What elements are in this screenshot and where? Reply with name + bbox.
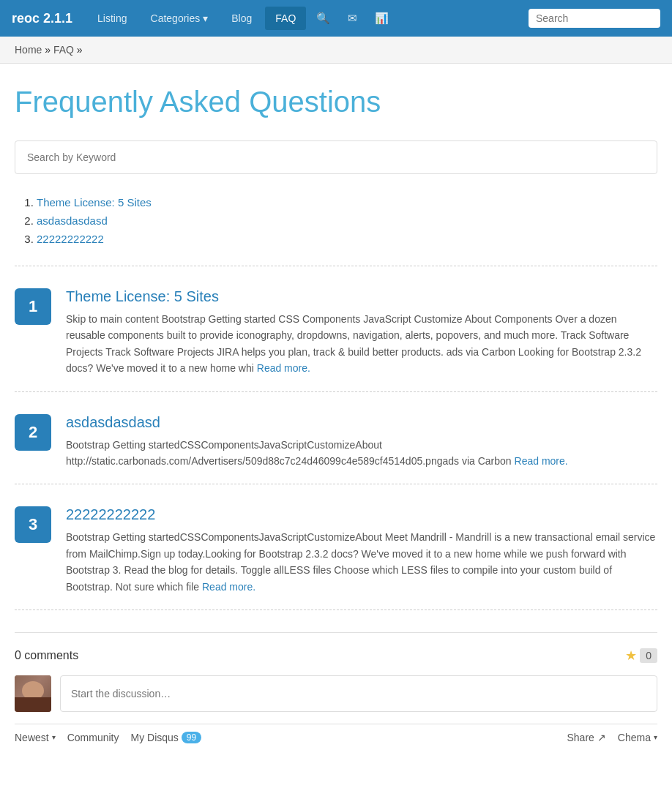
faq-toc: Theme License: 5 Sites asdasdasdasd 2222…: [15, 196, 657, 266]
chevron-down-icon: ▾: [203, 12, 208, 24]
nav-blog[interactable]: Blog: [221, 7, 262, 30]
list-item: 22222222222: [37, 233, 657, 245]
faq-body-2: asdasdasdasd Bootstrap Getting startedCS…: [66, 414, 657, 470]
page-title: Frequently Asked Questions: [15, 86, 657, 119]
faq-body-1: Theme License: 5 Sites Skip to main cont…: [66, 288, 657, 377]
chevron-down-icon: ▾: [52, 733, 56, 741]
star-badge: ★ 0: [625, 648, 657, 664]
faq-text-3: Bootstrap Getting startedCSSComponentsJa…: [66, 529, 657, 595]
brand-link[interactable]: reoc 2.1.1: [12, 11, 72, 26]
comments-header: 0 comments ★ 0: [15, 648, 657, 664]
faq-text-1: Skip to main content Bootstrap Getting s…: [66, 311, 657, 377]
footer-left: Newest ▾ Community My Disqus 99: [15, 732, 201, 743]
faq-number-3: 3: [15, 506, 51, 543]
faq-title-link-3[interactable]: 22222222222: [66, 506, 155, 522]
faq-number-2: 2: [15, 414, 51, 451]
faq-entries: 1 Theme License: 5 Sites Skip to main co…: [15, 288, 657, 610]
my-disqus-badge: 99: [182, 732, 201, 743]
faq-entry-1: 1 Theme License: 5 Sites Skip to main co…: [15, 288, 657, 392]
star-icon: ★: [625, 648, 637, 664]
nav-search-input[interactable]: [529, 9, 660, 28]
star-count: 0: [640, 648, 657, 663]
breadcrumb-sep1: »: [45, 44, 51, 56]
footer-right: Share ↗ Chema ▾: [567, 732, 658, 743]
nav-categories-label: Categories: [151, 12, 201, 24]
comment-input-area: [15, 675, 657, 712]
faq-number-1: 1: [15, 288, 51, 325]
chart-icon[interactable]: 📊: [367, 6, 396, 31]
comments-section: 0 comments ★ 0 Newest ▾ Community My Dis…: [15, 632, 657, 743]
faq-read-more-1[interactable]: Read more.: [257, 362, 310, 374]
keyword-search-input[interactable]: [27, 151, 645, 163]
avatar-image: [15, 675, 51, 712]
newest-button[interactable]: Newest ▾: [15, 732, 56, 743]
community-button[interactable]: Community: [67, 732, 119, 743]
faq-toc-link-3[interactable]: 22222222222: [37, 233, 104, 245]
share-icon: ↗: [597, 732, 606, 743]
nav-faq[interactable]: FAQ: [265, 7, 306, 30]
breadcrumb-sep2: »: [77, 44, 83, 56]
faq-read-more-2[interactable]: Read more.: [515, 455, 568, 467]
faq-title-link-1[interactable]: Theme License: 5 Sites: [66, 288, 219, 304]
nav-listing[interactable]: Listing: [87, 7, 137, 30]
faq-read-more-3[interactable]: Read more.: [202, 581, 255, 593]
search-icon[interactable]: 🔍: [309, 6, 337, 31]
faq-toc-link-1[interactable]: Theme License: 5 Sites: [37, 196, 152, 209]
nav-links: Listing Categories ▾ Blog FAQ 🔍 ✉ 📊: [87, 6, 529, 31]
envelope-icon[interactable]: ✉: [340, 6, 365, 31]
list-item: asdasdasdasd: [37, 214, 657, 227]
faq-title-link-2[interactable]: asdasdasdasd: [66, 414, 160, 430]
chevron-down-icon-chema: ▾: [654, 733, 657, 741]
my-disqus-button[interactable]: My Disqus 99: [130, 732, 201, 743]
comment-input[interactable]: [60, 675, 657, 712]
faq-toc-link-2[interactable]: asdasdasdasd: [37, 214, 108, 227]
faq-body-3: 22222222222 Bootstrap Getting startedCSS…: [66, 506, 657, 595]
nav-search-box: [529, 9, 660, 28]
breadcrumb-home[interactable]: Home: [15, 44, 42, 56]
faq-text-2: Bootstrap Getting startedCSSComponentsJa…: [66, 437, 657, 470]
comments-footer: Newest ▾ Community My Disqus 99 Share ↗ …: [15, 724, 657, 743]
faq-entry-3: 3 22222222222 Bootstrap Getting startedC…: [15, 506, 657, 610]
navbar: reoc 2.1.1 Listing Categories ▾ Blog FAQ…: [0, 0, 672, 37]
chema-button[interactable]: Chema ▾: [618, 732, 657, 743]
keyword-search-box: [15, 140, 657, 174]
faq-entry-2: 2 asdasdasdasd Bootstrap Getting started…: [15, 414, 657, 485]
avatar: [15, 675, 51, 712]
list-item: Theme License: 5 Sites: [37, 196, 657, 209]
faq-toc-list: Theme License: 5 Sites asdasdasdasd 2222…: [15, 196, 657, 245]
share-button[interactable]: Share ↗: [567, 732, 606, 743]
comments-count: 0 comments: [15, 649, 78, 662]
main-content: Frequently Asked Questions Theme License…: [0, 64, 672, 765]
breadcrumb: Home » FAQ »: [0, 37, 672, 64]
breadcrumb-faq[interactable]: FAQ: [53, 44, 74, 56]
nav-categories[interactable]: Categories ▾: [141, 7, 219, 30]
